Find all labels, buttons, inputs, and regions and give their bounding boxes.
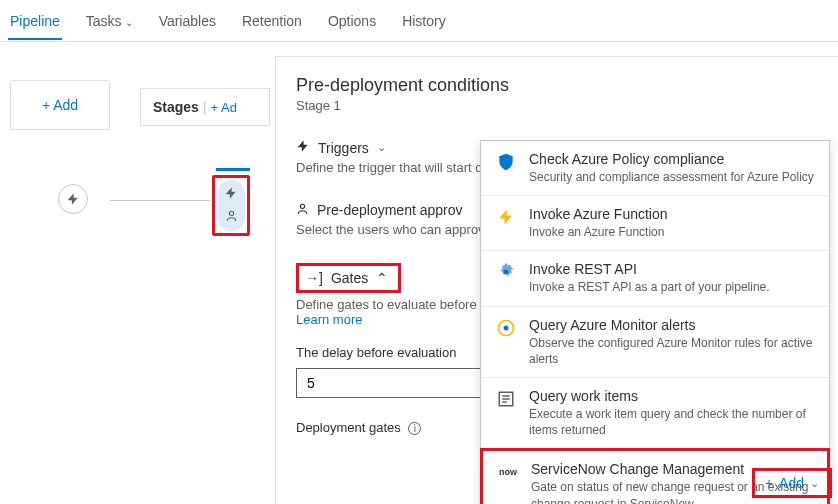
gates-label: Gates <box>331 270 368 286</box>
gate-title: Invoke REST API <box>529 261 815 277</box>
bolt-icon <box>296 139 310 156</box>
gates-desc-text: Define gates to evaluate before the <box>296 297 498 312</box>
gate-option-body: Invoke REST API Invoke a REST API as a p… <box>529 261 815 295</box>
gate-option-azure-monitor[interactable]: Query Azure Monitor alerts Observe the c… <box>481 307 829 378</box>
person-icon <box>296 201 309 218</box>
add-gate-button[interactable]: + Add ⌄ <box>755 471 829 495</box>
stages-add[interactable]: + Ad <box>211 100 237 115</box>
delay-label-text: The delay before evaluation <box>296 345 456 360</box>
person-icon <box>225 209 238 225</box>
panel-stage-name: Stage 1 <box>296 98 818 113</box>
triggers-label: Triggers <box>318 140 369 156</box>
delay-input[interactable] <box>296 368 496 398</box>
gate-option-body: Check Azure Policy compliance Security a… <box>529 151 815 185</box>
svg-point-1 <box>300 204 304 208</box>
stages-add-label: Ad <box>221 100 237 115</box>
add-artifact-box[interactable]: + Add <box>10 80 110 130</box>
stage-active-indicator <box>216 168 250 171</box>
query-icon <box>495 388 517 410</box>
plus-icon: + <box>211 100 219 115</box>
tab-retention[interactable]: Retention <box>240 3 304 39</box>
svg-point-0 <box>229 211 233 215</box>
gate-title: Query Azure Monitor alerts <box>529 317 815 333</box>
gate-option-body: Invoke Azure Function Invoke an Azure Fu… <box>529 206 815 240</box>
plus-icon: + <box>765 475 773 491</box>
gate-desc: Invoke a REST API as a part of your pipe… <box>529 279 815 295</box>
gear-icon <box>495 261 517 283</box>
gate-option-body: Query Azure Monitor alerts Observe the c… <box>529 317 815 367</box>
gate-option-body: Query work items Execute a work item que… <box>529 388 815 438</box>
gate-title: Invoke Azure Function <box>529 206 815 222</box>
approvals-label: Pre-deployment approv <box>317 202 463 218</box>
tab-bar: Pipeline Tasks⌄ Variables Retention Opti… <box>0 0 838 42</box>
gate-title: Query work items <box>529 388 815 404</box>
stages-header: Stages|+ Ad <box>140 88 270 126</box>
chart-icon <box>495 317 517 339</box>
add-gate-label: Add <box>779 475 804 491</box>
gates-header[interactable]: →] Gates ⌃ <box>296 263 401 293</box>
delay-input-wrap <box>296 368 496 398</box>
gate-desc: Observe the configured Azure Monitor rul… <box>529 335 815 367</box>
connector-line <box>110 200 210 201</box>
gate-desc: Invoke an Azure Function <box>529 224 815 240</box>
stage-pill-inner <box>217 180 245 231</box>
stages-label: Stages <box>153 99 199 115</box>
bolt-icon <box>495 206 517 228</box>
tab-options[interactable]: Options <box>326 3 378 39</box>
chevron-down-icon: ⌄ <box>377 141 386 154</box>
chevron-down-icon: ⌄ <box>810 477 819 490</box>
shield-icon <box>495 151 517 173</box>
tab-tasks[interactable]: Tasks⌄ <box>84 3 135 39</box>
dep-gates-text: Deployment gates <box>296 420 401 435</box>
chevron-down-icon: ⌄ <box>125 17 133 28</box>
svg-point-4 <box>504 325 509 330</box>
divider: | <box>203 99 207 115</box>
gate-option-azure-function[interactable]: Invoke Azure Function Invoke an Azure Fu… <box>481 196 829 251</box>
gate-option-rest-api[interactable]: Invoke REST API Invoke a REST API as a p… <box>481 251 829 306</box>
add-label: Add <box>53 97 78 113</box>
gate-icon: →] <box>305 270 323 286</box>
tab-pipeline[interactable]: Pipeline <box>8 3 62 39</box>
tab-variables[interactable]: Variables <box>157 3 218 39</box>
info-icon[interactable]: i <box>408 422 421 435</box>
plus-icon: + <box>42 97 50 113</box>
gates-dropdown: Check Azure Policy compliance Security a… <box>480 140 830 504</box>
add-artifact-link: + Add <box>42 97 78 113</box>
bolt-icon <box>224 186 238 203</box>
servicenow-icon: now <box>497 461 519 483</box>
chevron-up-icon: ⌃ <box>376 270 388 286</box>
panel-title: Pre-deployment conditions <box>296 75 818 96</box>
trigger-node[interactable] <box>58 184 88 214</box>
gate-option-work-items[interactable]: Query work items Execute a work item que… <box>481 378 829 449</box>
gate-desc: Security and compliance assessment for A… <box>529 169 815 185</box>
gate-title: Check Azure Policy compliance <box>529 151 815 167</box>
stage-predeploy-pill[interactable] <box>212 175 250 236</box>
bolt-icon <box>66 192 80 206</box>
tab-history[interactable]: History <box>400 3 448 39</box>
gates-learn-more[interactable]: Learn more <box>296 312 362 327</box>
tab-tasks-label: Tasks <box>86 13 122 29</box>
gate-option-azure-policy[interactable]: Check Azure Policy compliance Security a… <box>481 141 829 196</box>
add-gate-wrap: + Add ⌄ <box>752 468 832 498</box>
pipeline-canvas: + Add Stages|+ Ad <box>0 60 270 130</box>
gate-desc: Execute a work item query and check the … <box>529 406 815 438</box>
